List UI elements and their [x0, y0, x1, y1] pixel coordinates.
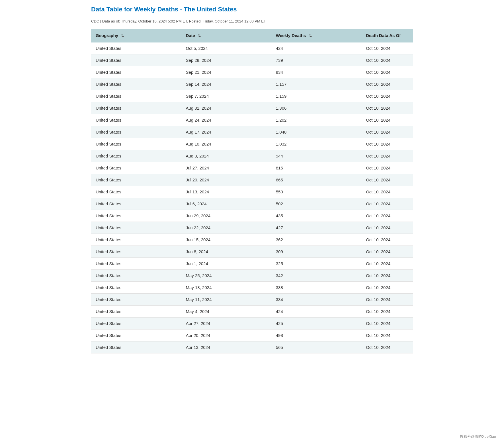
cell-date: Sep 21, 2024: [181, 66, 271, 78]
sort-icon-geography[interactable]: ⇅: [121, 34, 124, 38]
cell-weekly-deaths: 665: [271, 174, 361, 186]
cell-geography: United States: [91, 341, 181, 353]
cell-geography: United States: [91, 174, 181, 186]
table-row: United StatesAug 10, 20241,032Oct 10, 20…: [91, 138, 413, 150]
cell-death-data-as-of: Oct 10, 2024: [361, 150, 413, 162]
header-row: Geography ⇅ Date ⇅ Weekly Deaths ⇅ Death…: [91, 29, 413, 42]
col-label-date: Date: [186, 33, 195, 38]
cell-geography: United States: [91, 210, 181, 222]
cell-geography: United States: [91, 114, 181, 126]
col-header-death-data-as-of: Death Data As Of: [361, 29, 413, 42]
cell-weekly-deaths: 325: [271, 258, 361, 270]
cell-date: May 11, 2024: [181, 294, 271, 306]
col-header-geography[interactable]: Geography ⇅: [91, 29, 181, 42]
cell-geography: United States: [91, 234, 181, 246]
cell-geography: United States: [91, 282, 181, 294]
cell-weekly-deaths: 565: [271, 341, 361, 353]
cell-death-data-as-of: Oct 10, 2024: [361, 258, 413, 270]
col-label-death-data-as-of: Death Data As Of: [366, 33, 401, 38]
cell-date: Jun 8, 2024: [181, 246, 271, 258]
page-container: Data Table for Weekly Deaths - The Unite…: [85, 0, 419, 359]
cell-weekly-deaths: 550: [271, 186, 361, 198]
cell-geography: United States: [91, 186, 181, 198]
cell-death-data-as-of: Oct 10, 2024: [361, 330, 413, 341]
table-row: United StatesOct 5, 2024424Oct 10, 2024: [91, 42, 413, 54]
cell-death-data-as-of: Oct 10, 2024: [361, 306, 413, 318]
table-row: United StatesJun 22, 2024427Oct 10, 2024: [91, 222, 413, 234]
cell-weekly-deaths: 498: [271, 330, 361, 341]
table-row: United StatesSep 14, 20241,157Oct 10, 20…: [91, 78, 413, 90]
cell-weekly-deaths: 1,032: [271, 138, 361, 150]
cell-death-data-as-of: Oct 10, 2024: [361, 270, 413, 282]
table-row: United StatesApr 27, 2024425Oct 10, 2024: [91, 318, 413, 330]
cell-date: Jul 6, 2024: [181, 198, 271, 210]
table-row: United StatesJun 15, 2024362Oct 10, 2024: [91, 234, 413, 246]
cell-weekly-deaths: 342: [271, 270, 361, 282]
cell-date: Aug 17, 2024: [181, 126, 271, 138]
cell-date: Oct 5, 2024: [181, 42, 271, 54]
cell-weekly-deaths: 1,157: [271, 78, 361, 90]
cell-weekly-deaths: 424: [271, 42, 361, 54]
table-row: United StatesAug 3, 2024944Oct 10, 2024: [91, 150, 413, 162]
cell-date: Aug 10, 2024: [181, 138, 271, 150]
cell-date: Jul 20, 2024: [181, 174, 271, 186]
cell-weekly-deaths: 435: [271, 210, 361, 222]
col-label-geography: Geography: [96, 33, 118, 38]
cell-geography: United States: [91, 54, 181, 66]
col-header-weekly-deaths[interactable]: Weekly Deaths ⇅: [271, 29, 361, 42]
cell-weekly-deaths: 1,048: [271, 126, 361, 138]
cell-death-data-as-of: Oct 10, 2024: [361, 186, 413, 198]
cell-weekly-deaths: 362: [271, 234, 361, 246]
col-label-weekly-deaths: Weekly Deaths: [276, 33, 306, 38]
data-source: CDC | Data as of: Thursday, October 10, …: [91, 19, 413, 23]
table-row: United StatesSep 21, 2024934Oct 10, 2024: [91, 66, 413, 78]
cell-date: Jun 1, 2024: [181, 258, 271, 270]
cell-geography: United States: [91, 126, 181, 138]
cell-weekly-deaths: 944: [271, 150, 361, 162]
table-row: United StatesMay 18, 2024338Oct 10, 2024: [91, 282, 413, 294]
cell-geography: United States: [91, 198, 181, 210]
cell-geography: United States: [91, 102, 181, 114]
cell-geography: United States: [91, 258, 181, 270]
cell-death-data-as-of: Oct 10, 2024: [361, 162, 413, 174]
data-table: Geography ⇅ Date ⇅ Weekly Deaths ⇅ Death…: [91, 29, 413, 353]
cell-death-data-as-of: Oct 10, 2024: [361, 246, 413, 258]
table-row: United StatesMay 4, 2024424Oct 10, 2024: [91, 306, 413, 318]
cell-date: May 4, 2024: [181, 306, 271, 318]
cell-death-data-as-of: Oct 10, 2024: [361, 198, 413, 210]
cell-weekly-deaths: 424: [271, 306, 361, 318]
cell-weekly-deaths: 338: [271, 282, 361, 294]
cell-date: May 18, 2024: [181, 282, 271, 294]
cell-geography: United States: [91, 66, 181, 78]
cell-date: Aug 3, 2024: [181, 150, 271, 162]
table-row: United StatesJul 6, 2024502Oct 10, 2024: [91, 198, 413, 210]
table-row: United StatesJun 8, 2024309Oct 10, 2024: [91, 246, 413, 258]
cell-date: Jun 22, 2024: [181, 222, 271, 234]
cell-weekly-deaths: 1,202: [271, 114, 361, 126]
table-row: United StatesApr 20, 2024498Oct 10, 2024: [91, 330, 413, 341]
cell-date: Jul 27, 2024: [181, 162, 271, 174]
cell-geography: United States: [91, 150, 181, 162]
table-row: United StatesMay 25, 2024342Oct 10, 2024: [91, 270, 413, 282]
table-row: United StatesJul 13, 2024550Oct 10, 2024: [91, 186, 413, 198]
cell-weekly-deaths: 815: [271, 162, 361, 174]
cell-geography: United States: [91, 246, 181, 258]
sort-icon-weekly-deaths[interactable]: ⇅: [309, 34, 312, 38]
cell-death-data-as-of: Oct 10, 2024: [361, 102, 413, 114]
table-row: United StatesJun 29, 2024435Oct 10, 2024: [91, 210, 413, 222]
cell-death-data-as-of: Oct 10, 2024: [361, 341, 413, 353]
cell-geography: United States: [91, 222, 181, 234]
cell-death-data-as-of: Oct 10, 2024: [361, 234, 413, 246]
cell-date: Aug 24, 2024: [181, 114, 271, 126]
cell-geography: United States: [91, 78, 181, 90]
sort-icon-date[interactable]: ⇅: [198, 34, 201, 38]
table-row: United StatesAug 24, 20241,202Oct 10, 20…: [91, 114, 413, 126]
cell-weekly-deaths: 334: [271, 294, 361, 306]
table-row: United StatesJul 20, 2024665Oct 10, 2024: [91, 174, 413, 186]
col-header-date[interactable]: Date ⇅: [181, 29, 271, 42]
cell-geography: United States: [91, 90, 181, 102]
cell-date: Apr 27, 2024: [181, 318, 271, 330]
cell-death-data-as-of: Oct 10, 2024: [361, 126, 413, 138]
cell-death-data-as-of: Oct 10, 2024: [361, 66, 413, 78]
cell-death-data-as-of: Oct 10, 2024: [361, 222, 413, 234]
